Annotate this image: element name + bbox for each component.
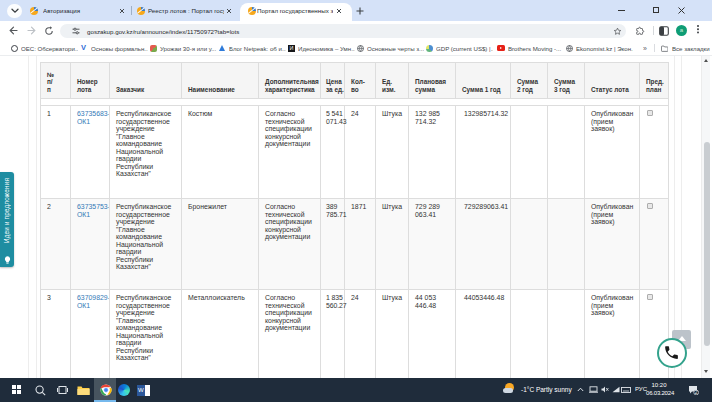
svg-text:2: 2 bbox=[695, 389, 698, 395]
